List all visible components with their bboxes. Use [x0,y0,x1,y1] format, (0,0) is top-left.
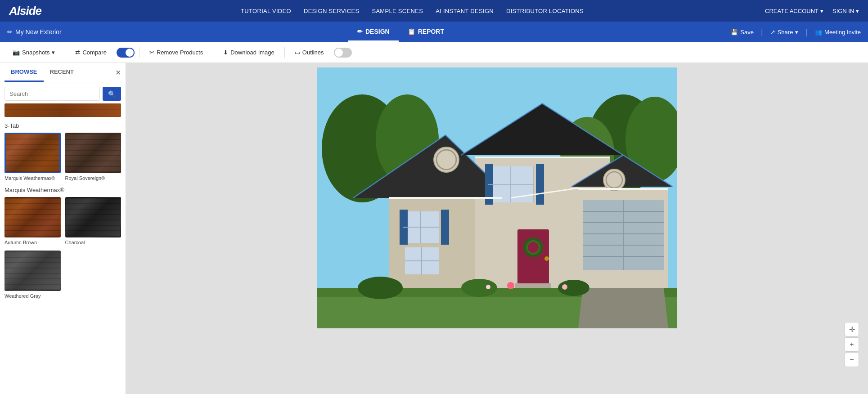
toolbar-divider1 [65,47,65,58]
sidebar-tabs: BROWSE RECENT ✕ [0,63,126,82]
product-autumn-brown[interactable]: Autumn Brown [4,197,61,246]
zoom-in-button[interactable]: + [845,337,859,352]
product-royal-sovereign[interactable]: Royal Sovereign® [65,133,121,181]
pencil-icon: ✏ [7,28,13,36]
nav-design-services[interactable]: DESIGN SERVICES [304,8,359,14]
main-layout: BROWSE RECENT ✕ 🔍 3-Tab Marquis Weatherm… [0,63,868,394]
product-grid-marquis: Autumn Brown Charcoal Weathered Gray [4,197,121,299]
product-charcoal[interactable]: Charcoal [65,197,121,246]
nav-sample-scenes[interactable]: SAMPLE SCENES [372,8,423,14]
product-label-marquis-weathermax: Marquis Weathermax® [4,175,61,181]
share-button[interactable]: ↗ Share ▾ [770,29,799,36]
svg-rect-23 [536,164,544,205]
compare-button[interactable]: ⇄ Compare [70,46,112,58]
zoom-controls: ✛ + − [845,322,859,367]
search-input[interactable] [4,87,100,101]
nav-ai-instant-design[interactable]: AI INSTANT DESIGN [436,8,494,14]
product-label-royal-sovereign: Royal Sovereign® [65,175,121,181]
sidebar-close-button[interactable]: ✕ [115,68,121,77]
sub-nav-tabs: ✏ DESIGN 📋 REPORT [71,22,731,42]
meeting-icon: 👥 [815,29,822,36]
svg-point-28 [544,256,549,261]
product-marquis-weathermax[interactable]: Marquis Weathermax® [4,133,61,181]
report-icon: 📋 [408,28,415,35]
compare-icon: ⇄ [75,49,80,56]
svg-point-12 [434,147,459,172]
outlines-icon: ▭ [295,49,300,56]
camera-icon: 📷 [13,49,20,56]
toolbar: 📷 Snapshots ▾ ⇄ Compare ✂ Remove Product… [0,42,868,63]
save-button[interactable]: 💾 Save [731,29,754,36]
main-content: ✛ + − [126,63,868,394]
toolbar-divider2 [139,47,139,58]
sign-in-button[interactable]: SIGN IN ▾ [832,8,859,14]
svg-point-49 [507,282,514,289]
sidebar-content: 3-Tab Marquis Weathermax® Royal Sovereig… [0,103,126,394]
top-navigation: Alside TUTORIAL VIDEO DESIGN SERVICES SA… [0,0,868,22]
outlines-button[interactable]: ▭ Outlines [289,46,329,58]
3tab-preview-strip [4,103,121,117]
divider: | [761,27,763,37]
design-icon: ✏ [357,28,363,35]
zoom-move-button[interactable]: ✛ [845,322,859,336]
toolbar-divider4 [284,47,285,58]
search-button[interactable]: 🔍 [103,87,121,101]
section-label-marquis: Marquis Weathermax® [4,187,121,193]
sub-nav-right: 💾 Save | ↗ Share ▾ | 👥 Meeting Invite [731,27,861,37]
nav-right: CREATE ACCOUNT ▾ SIGN IN ▾ [765,8,859,14]
nav-distributor-locations[interactable]: DISTRIBUTOR LOCATIONS [506,8,584,14]
save-icon: 💾 [731,29,738,36]
create-account-button[interactable]: CREATE ACCOUNT ▾ [765,8,823,14]
swatch-autumn-brown[interactable] [4,197,61,237]
download-icon: ⬇ [223,49,228,56]
swatch-royal-sovereign[interactable] [65,133,121,173]
svg-marker-45 [578,288,668,328]
house-image[interactable] [317,67,677,328]
download-image-button[interactable]: ⬇ Download Image [218,46,280,58]
tab-report[interactable]: 📋 REPORT [399,22,453,42]
nav-links: TUTORIAL VIDEO DESIGN SERVICES SAMPLE SC… [59,8,765,14]
svg-point-50 [562,284,567,290]
sidebar-tab-browse[interactable]: BROWSE [4,63,44,82]
toolbar-divider3 [213,47,213,58]
section-label-3tab: 3-Tab [4,122,121,129]
zoom-out-button[interactable]: − [845,353,859,367]
swatch-marquis-weathermax[interactable] [4,133,61,173]
sidebar: BROWSE RECENT ✕ 🔍 3-Tab Marquis Weatherm… [0,63,126,394]
nav-tutorial-video[interactable]: TUTORIAL VIDEO [241,8,291,14]
swatch-weathered-gray[interactable] [4,251,61,291]
sub-navigation: ✏ My New Exterior ✏ DESIGN 📋 REPORT 💾 Sa… [0,22,868,42]
divider2: | [805,27,808,37]
svg-point-51 [486,285,490,289]
project-name[interactable]: ✏ My New Exterior [7,28,62,36]
product-label-weathered-gray: Weathered Gray [4,293,61,299]
remove-products-button[interactable]: ✂ Remove Products [144,46,208,58]
svg-point-47 [461,279,497,297]
svg-rect-18 [441,210,449,245]
product-label-autumn-brown: Autumn Brown [4,239,61,246]
remove-icon: ✂ [149,49,154,56]
logo[interactable]: Alside [9,4,41,18]
svg-point-46 [358,277,403,299]
snapshots-button[interactable]: 📷 Snapshots ▾ [7,46,60,58]
product-weathered-gray[interactable]: Weathered Gray [4,251,61,299]
svg-rect-53 [389,197,502,199]
tab-design[interactable]: ✏ DESIGN [348,22,399,42]
product-grid-3tab: Marquis Weathermax® Royal Sovereign® [4,133,121,181]
meeting-invite-button[interactable]: 👥 Meeting Invite [815,29,861,36]
share-icon: ↗ [770,29,775,36]
compare-toggle[interactable] [117,48,135,58]
search-bar: 🔍 [0,82,126,103]
product-label-charcoal: Charcoal [65,239,121,246]
svg-rect-54 [475,157,610,158]
svg-rect-55 [578,188,668,190]
swatch-charcoal[interactable] [65,197,121,237]
outlines-toggle[interactable] [334,48,352,58]
sidebar-tab-recent[interactable]: RECENT [44,63,80,82]
